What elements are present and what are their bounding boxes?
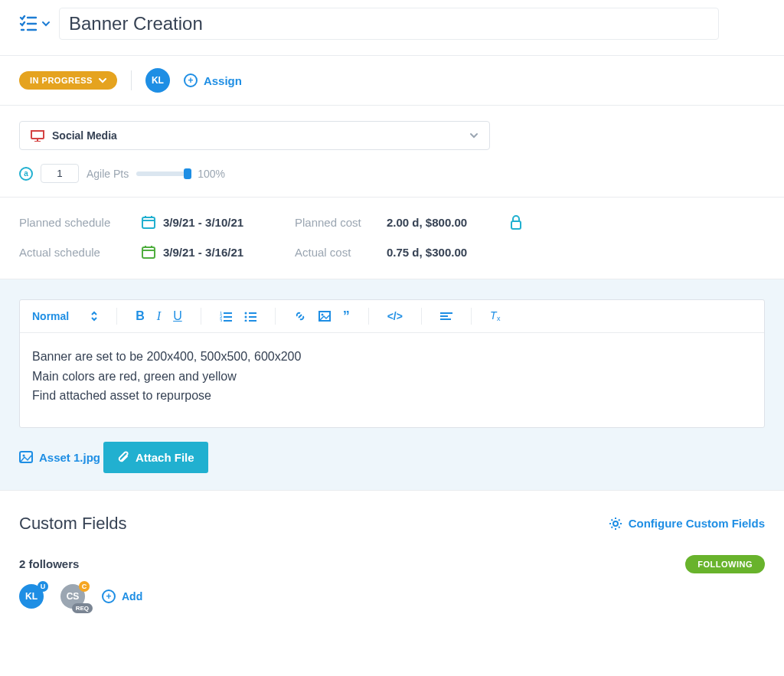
unordered-list-button[interactable] — [244, 311, 256, 322]
editor-box: Normal B I U 123 ” </> — [19, 299, 765, 428]
gear-icon — [609, 517, 622, 531]
agile-points-input[interactable] — [41, 164, 79, 183]
assign-button[interactable]: + Assign — [184, 73, 242, 87]
ordered-list-button[interactable]: 123 — [220, 311, 232, 322]
editor-line: Main colors are red, green and yellow — [32, 367, 752, 387]
user-badge: C — [79, 581, 90, 592]
svg-text:x: x — [497, 315, 501, 322]
task-type-icon[interactable] — [19, 15, 50, 32]
task-title-input[interactable] — [59, 8, 719, 40]
attach-file-label: Attach File — [136, 451, 194, 464]
follower-avatar[interactable]: CS C REQ — [60, 584, 85, 609]
planned-cost-label: Planned cost — [295, 216, 387, 229]
follower-avatar[interactable]: KL U — [19, 584, 44, 609]
separator — [368, 308, 369, 325]
code-button[interactable]: </> — [387, 310, 403, 322]
separator — [275, 308, 276, 325]
schedule-block: Planned schedule 3/9/21 - 3/10/21 Planne… — [0, 198, 784, 279]
add-follower-label: Add — [122, 590, 142, 603]
custom-fields-row: Custom Fields Configure Custom Fields — [0, 491, 784, 550]
calendar-icon — [142, 245, 155, 259]
followers-row: 2 followers FOLLOWING — [0, 550, 784, 573]
image-button[interactable] — [318, 311, 331, 322]
agile-icon: a — [19, 167, 33, 181]
configure-custom-fields-button[interactable]: Configure Custom Fields — [609, 517, 765, 531]
lock-icon[interactable] — [509, 214, 540, 230]
calendar-icon — [142, 215, 155, 229]
agile-points-label: Agile Pts — [87, 168, 129, 180]
chevron-down-icon — [42, 20, 50, 28]
agile-row: a Agile Pts 100% — [0, 158, 784, 198]
svg-point-27 — [244, 320, 247, 322]
editor-content[interactable]: Banner are set to be 200x400, 500x500, 6… — [20, 333, 764, 427]
svg-point-30 — [321, 314, 323, 316]
separator — [201, 308, 201, 325]
separator — [471, 308, 472, 325]
presentation-icon — [31, 129, 44, 142]
attach-file-button[interactable]: Attach File — [103, 442, 208, 473]
divider — [131, 70, 132, 90]
followers-count: 2 followers — [19, 557, 79, 570]
attachment-link[interactable]: Asset 1.jpg — [19, 451, 100, 464]
svg-text:3: 3 — [220, 318, 223, 322]
actual-schedule-value: 3/9/21 - 3/16/21 — [163, 246, 243, 259]
paperclip-icon — [117, 451, 129, 463]
progress-slider[interactable] — [136, 171, 190, 176]
status-badge[interactable]: IN PROGRESS — [19, 71, 117, 90]
assignee-avatar[interactable]: KL — [145, 68, 170, 93]
clear-format-button[interactable]: Tx — [490, 310, 502, 322]
format-dropdown[interactable]: Normal — [32, 310, 98, 322]
actual-schedule-value-wrap[interactable]: 3/9/21 - 3/16/21 — [142, 245, 295, 259]
category-row: Social Media — [0, 106, 784, 158]
category-select[interactable]: Social Media — [19, 121, 490, 150]
plus-circle-icon: + — [184, 73, 198, 87]
attachment-name: Asset 1.jpg — [39, 451, 100, 464]
separator — [116, 308, 117, 325]
status-row: IN PROGRESS KL + Assign — [0, 56, 784, 106]
format-label: Normal — [32, 310, 69, 322]
svg-point-23 — [244, 312, 247, 315]
svg-rect-13 — [142, 247, 155, 258]
custom-fields-title: Custom Fields — [19, 514, 127, 534]
svg-point-25 — [244, 316, 247, 318]
assign-label: Assign — [204, 74, 242, 87]
progress-value: 100% — [198, 168, 225, 180]
planned-schedule-value: 3/9/21 - 3/10/21 — [163, 216, 243, 229]
planned-cost-value: 2.00 d, $800.00 — [387, 216, 509, 229]
user-badge: U — [38, 581, 48, 592]
status-label: IN PROGRESS — [30, 76, 93, 85]
followers-avatars: KL U CS C REQ + Add — [0, 573, 784, 629]
sort-icon — [90, 311, 98, 322]
add-follower-button[interactable]: + Add — [102, 589, 142, 603]
planned-schedule-value-wrap[interactable]: 3/9/21 - 3/10/21 — [142, 215, 295, 229]
svg-rect-8 — [142, 217, 155, 228]
link-button[interactable] — [294, 310, 306, 322]
slider-knob[interactable] — [184, 168, 191, 179]
chevron-down-icon — [469, 132, 479, 139]
req-badge: REQ — [72, 603, 93, 613]
editor-toolbar: Normal B I U 123 ” </> — [20, 300, 764, 333]
category-label: Social Media — [52, 129, 117, 142]
following-badge[interactable]: FOLLOWING — [685, 555, 765, 573]
svg-point-38 — [613, 521, 618, 526]
quote-button[interactable]: ” — [343, 309, 350, 325]
svg-rect-12 — [511, 221, 521, 229]
separator — [421, 308, 422, 325]
editor-line: Banner are set to be 200x400, 500x500, 6… — [32, 347, 752, 367]
editor-line: Find attached asset to repurpose — [32, 386, 752, 406]
editor-section: Normal B I U 123 ” </> — [0, 279, 784, 491]
header-row — [0, 0, 784, 56]
underline-button[interactable]: U — [173, 309, 182, 323]
image-icon — [19, 451, 33, 463]
planned-schedule-label: Planned schedule — [19, 216, 142, 229]
actual-schedule-label: Actual schedule — [19, 246, 142, 259]
actual-cost-value: 0.75 d, $300.00 — [387, 246, 509, 259]
plus-circle-icon: + — [102, 589, 116, 603]
actual-cost-label: Actual cost — [295, 246, 387, 259]
italic-button[interactable]: I — [157, 309, 161, 323]
configure-label: Configure Custom Fields — [629, 517, 765, 530]
chevron-down-icon — [99, 77, 106, 83]
bold-button[interactable]: B — [136, 309, 145, 323]
svg-rect-4 — [31, 131, 44, 139]
align-button[interactable] — [440, 312, 452, 321]
